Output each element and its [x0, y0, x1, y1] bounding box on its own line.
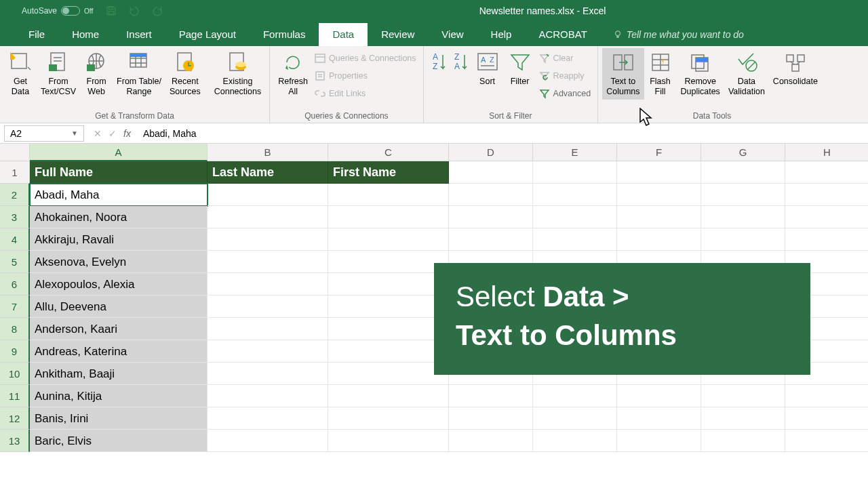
queries-connections-button[interactable]: Queries & Connections: [312, 49, 419, 67]
cell-E12[interactable]: [533, 407, 617, 430]
tab-insert[interactable]: Insert: [113, 23, 165, 46]
cell-E13[interactable]: [533, 430, 617, 452]
column-header-F[interactable]: F: [617, 144, 701, 161]
cell-C12[interactable]: [328, 407, 449, 430]
cell-A8[interactable]: Anderson, Kaari: [30, 318, 208, 340]
cell-A5[interactable]: Aksenova, Evelyn: [30, 251, 208, 273]
cell-A13[interactable]: Baric, Elvis: [30, 430, 208, 452]
row-header-7[interactable]: 7: [0, 296, 30, 318]
from-web-button[interactable]: From Web: [80, 48, 113, 100]
row-header-10[interactable]: 10: [0, 363, 30, 385]
cell-G1[interactable]: [701, 161, 785, 184]
column-header-B[interactable]: B: [208, 144, 328, 161]
flash-fill-button[interactable]: Flash Fill: [644, 48, 677, 100]
cell-A10[interactable]: Ankitham, Baaji: [30, 363, 208, 385]
cell-E1[interactable]: [533, 161, 617, 184]
row-header-3[interactable]: 3: [0, 206, 30, 228]
cell-F12[interactable]: [617, 407, 701, 430]
refresh-all-button[interactable]: Refresh All: [274, 48, 312, 100]
cell-G3[interactable]: [701, 206, 785, 228]
cell-E3[interactable]: [533, 206, 617, 228]
column-header-G[interactable]: G: [701, 144, 785, 161]
cell-B7[interactable]: [208, 296, 328, 318]
name-box[interactable]: A2 ▼: [4, 125, 84, 142]
row-header-4[interactable]: 4: [0, 228, 30, 251]
advanced-button[interactable]: Advanced: [536, 85, 594, 102]
autosave-toggle[interactable]: AutoSave Off: [22, 6, 93, 16]
row-header-13[interactable]: 13: [0, 430, 30, 452]
formula-input[interactable]: Abadi, Maha: [136, 128, 868, 139]
get-data-button[interactable]: Get Data: [4, 48, 37, 100]
column-header-D[interactable]: D: [449, 144, 533, 161]
cell-F2[interactable]: [617, 184, 701, 206]
row-header-12[interactable]: 12: [0, 407, 30, 430]
cell-C8[interactable]: [328, 318, 449, 340]
tab-help[interactable]: Help: [477, 23, 526, 46]
cell-B4[interactable]: [208, 228, 328, 251]
cell-B13[interactable]: [208, 430, 328, 452]
cell-A11[interactable]: Aunina, Kitija: [30, 385, 208, 407]
tab-acrobat[interactable]: ACROBAT: [525, 23, 600, 46]
cell-B12[interactable]: [208, 407, 328, 430]
cell-A12[interactable]: Banis, Irini: [30, 407, 208, 430]
row-header-9[interactable]: 9: [0, 340, 30, 363]
cell-A1[interactable]: Full Name: [30, 161, 208, 184]
from-textcsv-button[interactable]: From Text/CSV: [37, 48, 80, 100]
row-header-8[interactable]: 8: [0, 318, 30, 340]
cell-A4[interactable]: Akkiraju, Ravali: [30, 228, 208, 251]
cell-C9[interactable]: [328, 340, 449, 363]
tab-formulas[interactable]: Formulas: [250, 23, 319, 46]
consolidate-button[interactable]: Consolidate: [769, 48, 822, 89]
tab-home[interactable]: Home: [58, 23, 113, 46]
cell-E11[interactable]: [533, 385, 617, 407]
tab-data[interactable]: Data: [319, 23, 368, 46]
sort-az-button[interactable]: AZ: [428, 48, 450, 79]
select-all-corner[interactable]: [0, 144, 30, 161]
cell-A9[interactable]: Andreas, Katerina: [30, 340, 208, 363]
cell-D4[interactable]: [449, 228, 533, 251]
cell-F13[interactable]: [617, 430, 701, 452]
filter-button[interactable]: Filter: [504, 48, 536, 89]
cell-A3[interactable]: Ahokainen, Noora: [30, 206, 208, 228]
cell-D1[interactable]: [449, 161, 533, 184]
cell-C4[interactable]: [328, 228, 449, 251]
cell-C2[interactable]: [328, 184, 449, 206]
cell-D11[interactable]: [449, 385, 533, 407]
cell-B10[interactable]: [208, 363, 328, 385]
cell-H4[interactable]: [785, 228, 868, 251]
cell-B1[interactable]: Last Name: [208, 161, 328, 184]
tab-file[interactable]: File: [15, 23, 58, 46]
cell-C7[interactable]: [328, 296, 449, 318]
cell-C5[interactable]: [328, 251, 449, 273]
tab-review[interactable]: Review: [368, 23, 428, 46]
cell-C3[interactable]: [328, 206, 449, 228]
cell-F4[interactable]: [617, 228, 701, 251]
cell-D2[interactable]: [449, 184, 533, 206]
undo-icon[interactable]: [128, 5, 140, 17]
cell-G4[interactable]: [701, 228, 785, 251]
cell-D13[interactable]: [449, 430, 533, 452]
cell-E2[interactable]: [533, 184, 617, 206]
column-header-H[interactable]: H: [785, 144, 868, 161]
column-header-A[interactable]: A: [30, 144, 208, 161]
tab-page-layout[interactable]: Page Layout: [165, 23, 250, 46]
cell-F1[interactable]: [617, 161, 701, 184]
cell-B2[interactable]: [208, 184, 328, 206]
cell-H11[interactable]: [785, 385, 868, 407]
row-header-2[interactable]: 2: [0, 184, 30, 206]
cell-H3[interactable]: [785, 206, 868, 228]
cell-H1[interactable]: [785, 161, 868, 184]
cell-B9[interactable]: [208, 340, 328, 363]
cell-H13[interactable]: [785, 430, 868, 452]
cell-B5[interactable]: [208, 251, 328, 273]
save-icon[interactable]: [105, 5, 117, 17]
dropdown-icon[interactable]: ▼: [71, 129, 78, 137]
row-header-6[interactable]: 6: [0, 273, 30, 296]
cell-H2[interactable]: [785, 184, 868, 206]
sort-za-button[interactable]: ZA: [450, 48, 471, 79]
recent-sources-button[interactable]: Recent Sources: [165, 48, 205, 100]
cell-G2[interactable]: [701, 184, 785, 206]
cell-B11[interactable]: [208, 385, 328, 407]
row-header-1[interactable]: 1: [0, 161, 30, 184]
data-validation-button[interactable]: Data Validation: [724, 48, 769, 100]
